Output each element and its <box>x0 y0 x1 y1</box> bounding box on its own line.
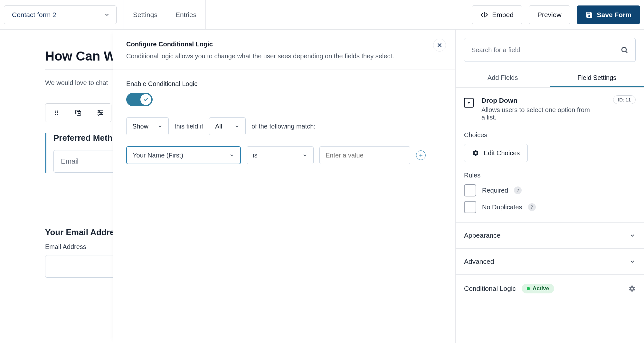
toggle-knob <box>140 94 151 105</box>
tab-field-settings[interactable]: Field Settings <box>550 68 644 87</box>
rule-value-input[interactable] <box>319 146 410 164</box>
preview-button[interactable]: Preview <box>529 5 570 24</box>
text-match: of the following match: <box>251 123 316 130</box>
appearance-label: Appearance <box>464 232 500 239</box>
topbar: Contact form 2 Settings Entries Embed Pr… <box>0 0 644 30</box>
dropdown-field-icon <box>464 98 474 108</box>
plus-icon <box>419 153 423 157</box>
all-any-select[interactable]: All <box>209 117 246 135</box>
active-text: Active <box>533 285 549 292</box>
show-value: Show <box>132 123 148 130</box>
enable-toggle[interactable] <box>126 93 153 106</box>
preview-label: Preview <box>537 11 562 19</box>
no-duplicates-row: No Duplicates ? <box>464 201 636 213</box>
svg-point-5 <box>55 114 56 115</box>
conditional-logic-label: Conditional Logic <box>464 285 516 292</box>
all-value: All <box>215 123 222 130</box>
close-button[interactable] <box>433 39 446 52</box>
rule-row: Your Name (First) is <box>126 146 442 164</box>
tab-add-fields[interactable]: Add Fields <box>456 68 550 87</box>
accordion-advanced[interactable]: Advanced <box>456 249 644 275</box>
field-value: Email <box>61 157 79 166</box>
chevron-down-icon <box>302 153 308 158</box>
chevron-down-icon <box>629 258 636 265</box>
help-icon[interactable]: ? <box>514 186 522 194</box>
save-button[interactable]: Save Form <box>577 5 640 24</box>
field-toolbar <box>45 103 111 122</box>
panel-header: Configure Conditional Logic Conditional … <box>113 30 455 70</box>
form-name: Contact form 2 <box>12 11 56 19</box>
sidebar-tabs: Add Fields Field Settings <box>456 68 644 88</box>
svg-point-6 <box>57 114 58 115</box>
rule-operator-select[interactable]: is <box>247 146 314 164</box>
svg-marker-22 <box>468 102 470 104</box>
topbar-tabs: Settings Entries <box>124 0 206 30</box>
svg-point-2 <box>57 110 58 111</box>
field-info: Drop Down Allows users to select one opt… <box>464 97 636 121</box>
required-checkbox[interactable] <box>464 184 476 196</box>
duplicate-icon[interactable] <box>67 104 89 122</box>
chevron-down-icon <box>629 232 636 239</box>
svg-line-21 <box>626 52 628 53</box>
search-input[interactable]: Search for a field <box>464 38 636 62</box>
search-icon <box>620 46 628 54</box>
svg-point-15 <box>98 114 99 115</box>
rule-field-value: Your Name (First) <box>133 152 183 159</box>
panel-subtitle: Conditional logic allows you to change w… <box>126 52 442 60</box>
drag-handle-icon[interactable] <box>45 104 67 122</box>
chevron-down-icon <box>104 12 110 18</box>
condition-sentence: Show this field if All of the following … <box>126 117 442 135</box>
svg-point-13 <box>100 112 102 113</box>
show-hide-select[interactable]: Show <box>126 117 169 135</box>
accordion-conditional-logic[interactable]: Conditional Logic Active <box>456 275 644 302</box>
svg-point-20 <box>622 47 626 52</box>
no-duplicates-label: No Duplicates <box>482 204 522 211</box>
field-type: Drop Down <box>481 97 591 104</box>
required-row: Required ? <box>464 184 636 196</box>
field-type-desc: Allows users to select one option from a… <box>481 106 591 121</box>
search-placeholder: Search for a field <box>471 46 520 54</box>
chevron-down-icon <box>234 124 240 129</box>
rule-field-select[interactable]: Your Name (First) <box>126 146 241 164</box>
chevron-down-icon <box>157 124 163 129</box>
edit-choices-label: Edit Choices <box>484 149 520 157</box>
save-label: Save Form <box>597 11 631 19</box>
tab-settings[interactable]: Settings <box>124 0 166 30</box>
required-label: Required <box>482 187 508 194</box>
conditional-logic-panel: Configure Conditional Logic Conditional … <box>113 30 455 343</box>
no-duplicates-checkbox[interactable] <box>464 201 476 213</box>
save-icon <box>585 11 593 19</box>
svg-point-1 <box>55 110 56 111</box>
svg-point-4 <box>57 112 58 113</box>
text-field-if: this field if <box>175 123 203 130</box>
form-switcher[interactable]: Contact form 2 <box>4 5 117 24</box>
code-icon <box>480 11 488 19</box>
chevron-down-icon <box>229 153 234 158</box>
accordion-appearance[interactable]: Appearance <box>456 222 644 249</box>
choices-label: Choices <box>464 131 636 139</box>
advanced-label: Advanced <box>464 258 494 265</box>
help-icon[interactable]: ? <box>528 203 536 211</box>
status-dot-icon <box>527 287 530 290</box>
enable-label: Enable Conditional Logic <box>126 80 442 88</box>
embed-label: Embed <box>492 11 514 19</box>
edit-choices-button[interactable]: Edit Choices <box>464 144 528 162</box>
rule-op-value: is <box>253 152 257 159</box>
add-rule-button[interactable] <box>416 150 426 160</box>
settings-sliders-icon[interactable] <box>89 104 111 122</box>
panel-title: Configure Conditional Logic <box>126 41 442 48</box>
svg-point-3 <box>55 112 56 113</box>
svg-point-11 <box>99 110 100 111</box>
rules-label: Rules <box>464 172 636 179</box>
tab-entries[interactable]: Entries <box>166 0 205 30</box>
gear-icon <box>472 149 479 157</box>
active-status-pill: Active <box>522 284 554 293</box>
sidebar: Search for a field Add Fields Field Sett… <box>455 30 644 343</box>
embed-button[interactable]: Embed <box>472 5 522 24</box>
close-icon <box>437 42 442 48</box>
gear-icon[interactable] <box>629 285 636 292</box>
field-id-pill: ID: 11 <box>613 95 636 104</box>
